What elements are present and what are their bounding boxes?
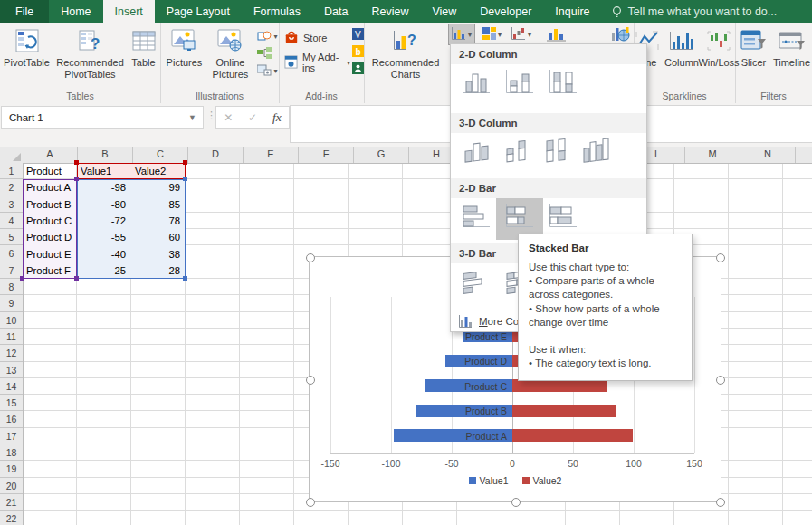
row-header-4[interactable]: 4 — [0, 213, 23, 229]
cell-C3[interactable]: 85 — [131, 196, 180, 213]
tab-formulas[interactable]: Formulas — [242, 0, 312, 23]
chart-type-3d-column[interactable] — [578, 137, 614, 169]
column-header-E[interactable]: E — [244, 147, 299, 163]
timeline-button[interactable]: Timeline — [772, 25, 812, 69]
row-header-16[interactable]: 16 — [0, 411, 23, 427]
screenshot-button[interactable]: ▾ — [257, 63, 277, 78]
insert-column-or-bar-chart-button[interactable]: ▾ — [449, 24, 474, 44]
name-box[interactable]: Chart 1 ▼ — [1, 106, 204, 129]
column-header-D[interactable]: D — [188, 147, 244, 163]
column-header-F[interactable]: F — [299, 147, 354, 163]
cell-A7[interactable]: Product F — [26, 262, 73, 279]
cell-C1[interactable]: Value2 — [135, 163, 182, 179]
cell-A5[interactable]: Product D — [26, 229, 73, 245]
online-pictures-button[interactable]: Online Pictures — [206, 25, 253, 80]
column-sparkline-button[interactable]: Column — [661, 25, 702, 69]
column-header-M[interactable]: M — [685, 147, 740, 163]
chart-type-stacked-bar[interactable] — [502, 202, 538, 234]
chart-selection-handle[interactable] — [306, 376, 315, 385]
tab-developer[interactable]: Developer — [468, 0, 543, 23]
cell-A6[interactable]: Product E — [26, 246, 73, 262]
row-header-13[interactable]: 13 — [0, 362, 23, 378]
cell-A4[interactable]: Product C — [26, 213, 73, 229]
visio-data-visualizer-icon[interactable]: V — [352, 26, 364, 41]
chart-type-3d-clustered-bar[interactable] — [458, 268, 494, 301]
tab-data[interactable]: Data — [312, 0, 359, 23]
chart-selection-handle[interactable] — [306, 498, 315, 507]
cancel-icon[interactable]: ✕ — [224, 111, 233, 124]
chart-type-3d-clustered-column[interactable] — [458, 137, 494, 169]
row-header-19[interactable]: 19 — [0, 461, 23, 477]
tell-me-label[interactable]: Tell me what you want to do... — [628, 5, 778, 18]
bar-value2-product-a[interactable] — [512, 429, 633, 442]
pivotchart-button[interactable] — [543, 24, 570, 44]
shapes-button[interactable]: ▾ — [257, 29, 277, 43]
row-header-5[interactable]: 5 — [0, 229, 23, 245]
enter-icon[interactable]: ✓ — [248, 111, 257, 124]
tell-me-box[interactable]: Tell me what you want to do... — [611, 0, 778, 23]
name-box-dropdown-icon[interactable]: ▼ — [188, 113, 203, 122]
column-header-O[interactable]: O — [796, 147, 812, 163]
chart-type-clustered-bar[interactable] — [458, 202, 494, 234]
cell-B3[interactable]: -80 — [77, 196, 126, 213]
row-header-14[interactable]: 14 — [0, 378, 23, 395]
chart-type-stacked-column[interactable] — [502, 68, 538, 100]
chart-selection-handle[interactable] — [511, 498, 521, 507]
3d-map-button[interactable] — [608, 24, 634, 44]
cell-B4[interactable]: -72 — [77, 213, 126, 229]
winloss-sparkline-button[interactable]: Win/Loss — [702, 25, 735, 69]
insert-hierarchy-chart-button[interactable]: ▾ — [479, 24, 504, 44]
row-header-12[interactable]: 12 — [0, 345, 23, 361]
row-header-11[interactable]: 11 — [0, 329, 23, 345]
cell-A1[interactable]: Product — [26, 163, 73, 179]
cell-B1[interactable]: Value1 — [81, 163, 128, 179]
chart-type-3d-100-stacked-column[interactable] — [538, 137, 574, 169]
column-header-C[interactable]: C — [133, 147, 188, 163]
recommended-pivottables-button[interactable]: ? Recommended PivotTables — [53, 25, 129, 80]
column-header-B[interactable]: B — [78, 147, 133, 163]
chart-type-100-stacked-column[interactable] — [545, 68, 581, 100]
row-header-18[interactable]: 18 — [0, 444, 23, 461]
chart-type-clustered-column[interactable] — [458, 68, 494, 100]
column-header-N[interactable]: N — [740, 147, 796, 163]
insert-waterfall-or-stock-chart-button[interactable]: ▾ — [509, 24, 534, 44]
row-header-21[interactable]: 21 — [0, 494, 23, 511]
bing-maps-icon[interactable]: b — [352, 43, 364, 58]
cell-A2[interactable]: Product A — [26, 179, 73, 196]
cell-C7[interactable]: 28 — [131, 262, 180, 279]
cell-B6[interactable]: -40 — [77, 246, 126, 262]
cell-C6[interactable]: 38 — [131, 246, 180, 262]
bar-value2-product-c[interactable] — [512, 379, 607, 392]
recommended-charts-button[interactable]: ? Recommended Charts — [367, 25, 444, 80]
row-header-20[interactable]: 20 — [0, 478, 23, 494]
column-header-G[interactable]: G — [354, 147, 409, 163]
select-all-corner[interactable] — [0, 147, 24, 164]
tab-inquire[interactable]: Inquire — [543, 0, 601, 23]
row-header-3[interactable]: 3 — [0, 196, 23, 213]
my-addins-button[interactable]: My Add-ins ▾ — [284, 52, 350, 73]
tab-page-layout[interactable]: Page Layout — [155, 0, 242, 23]
chart-selection-handle[interactable] — [306, 253, 315, 262]
table-button[interactable]: Table — [129, 25, 159, 69]
row-header-6[interactable]: 6 — [0, 245, 23, 262]
cell-C2[interactable]: 99 — [131, 179, 180, 196]
row-header-8[interactable]: 8 — [0, 279, 23, 295]
cell-C5[interactable]: 60 — [131, 229, 180, 245]
people-graph-icon[interactable] — [352, 61, 364, 75]
cell-B5[interactable]: -55 — [77, 229, 126, 245]
chart-selection-handle[interactable] — [716, 253, 725, 262]
chart-type-100-stacked-bar[interactable] — [545, 202, 581, 234]
legend-item-value2[interactable]: Value2 — [522, 475, 562, 486]
row-header-9[interactable]: 9 — [0, 295, 23, 311]
tab-file[interactable]: File — [0, 0, 49, 23]
slicer-button[interactable]: Slicer — [736, 25, 772, 69]
tab-view[interactable]: View — [420, 0, 468, 23]
chart-type-3d-stacked-column[interactable] — [498, 137, 534, 169]
row-header-1[interactable]: 1 — [0, 163, 23, 179]
cell-C4[interactable]: 78 — [131, 213, 180, 229]
row-header-15[interactable]: 15 — [0, 395, 23, 411]
insert-function-button[interactable]: fx — [272, 110, 282, 125]
store-button[interactable]: Store — [284, 30, 350, 46]
row-header-10[interactable]: 10 — [0, 312, 23, 329]
bar-value2-product-b[interactable] — [512, 405, 616, 417]
